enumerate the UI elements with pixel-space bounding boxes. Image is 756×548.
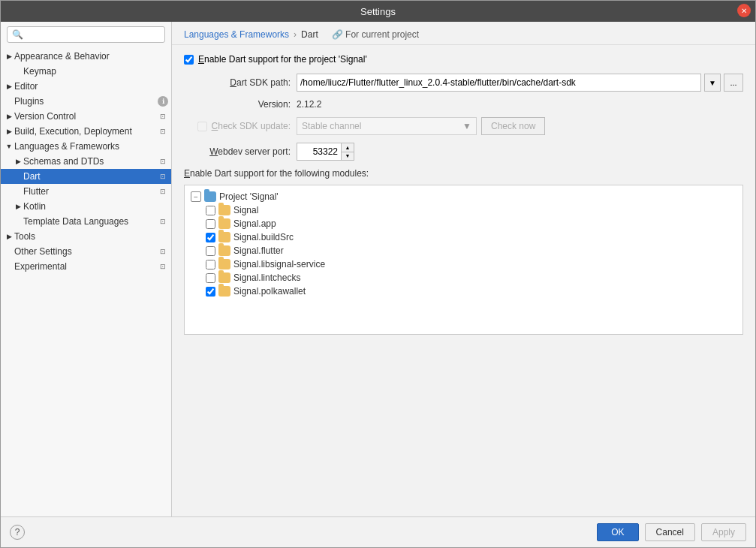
breadcrumb-separator: › (294, 29, 297, 40)
main-content: 🔍 ▶ Appearance & Behavior Keymap ▶ Edito… (1, 22, 755, 516)
enable-dart-checkbox[interactable] (184, 55, 194, 65)
title-bar: Settings ✕ (1, 1, 755, 22)
spinner-up-button[interactable]: ▲ (342, 143, 354, 152)
webdev-port-input[interactable] (297, 143, 342, 161)
sidebar-item-schemas[interactable]: ▶ Schemas and DTDs ⊡ (1, 154, 171, 169)
enable-dart-row: Enable Dart support for the project 'Sig… (184, 54, 743, 65)
arrow-icon: ▶ (4, 113, 14, 120)
copy-icon[interactable]: ⊡ (158, 246, 168, 257)
module-project-signal[interactable]: − Project 'Signal' (188, 190, 739, 203)
for-project-label: 🔗 For current project (332, 29, 419, 40)
sidebar-item-label: Kotlin (23, 201, 168, 212)
help-button[interactable]: ? (10, 525, 25, 540)
modules-tree: − Project 'Signal' Signal (184, 185, 743, 335)
collapse-icon[interactable]: − (191, 191, 201, 202)
module-checkbox-signal-polkawallet[interactable] (206, 287, 215, 297)
folder-icon (218, 205, 230, 215)
module-label: Signal.buildSrc (233, 232, 294, 242)
module-item-signal-libsignal[interactable]: Signal.libsignal-service (188, 257, 739, 271)
sidebar-item-label: Plugins (14, 96, 158, 107)
module-item-signal[interactable]: Signal (188, 203, 739, 217)
module-label: Signal (233, 205, 258, 215)
module-checkbox-signal-lintchecks[interactable] (206, 273, 215, 283)
sidebar-item-tools[interactable]: ▶ Tools (1, 229, 171, 244)
sidebar-item-dart[interactable]: Dart ⊡ (1, 169, 171, 184)
sidebar-item-label: Appearance & Behavior (14, 51, 168, 62)
module-label: Signal.lintchecks (233, 272, 300, 283)
folder-icon (218, 218, 230, 229)
module-checkbox-signal-flutter[interactable] (206, 246, 215, 256)
sidebar-item-kotlin[interactable]: ▶ Kotlin (1, 199, 171, 214)
module-item-signal-app[interactable]: Signal.app (188, 217, 739, 230)
sidebar-item-label: Editor (14, 81, 168, 92)
sidebar-item-languages[interactable]: ▼ Languages & Frameworks (1, 139, 171, 154)
copy-icon[interactable]: ⊡ (158, 126, 168, 137)
search-box[interactable]: 🔍 (7, 26, 165, 43)
copy-icon[interactable]: ⊡ (158, 111, 168, 122)
folder-icon (204, 191, 216, 202)
arrow-icon: ▼ (4, 143, 14, 150)
sdk-path-input[interactable] (297, 74, 701, 92)
copy-icon[interactable]: ⊡ (158, 186, 168, 197)
spinner-down-button[interactable]: ▼ (342, 152, 354, 161)
sidebar-item-experimental[interactable]: Experimental ⊡ (1, 259, 171, 274)
sidebar-item-other-settings[interactable]: Other Settings ⊡ (1, 244, 171, 259)
check-sdk-label[interactable]: Check SDK update: (184, 121, 297, 131)
sidebar-item-flutter[interactable]: Flutter ⊡ (1, 184, 171, 199)
sidebar-item-label: Languages & Frameworks (14, 141, 168, 152)
copy-icon[interactable]: ⊡ (158, 216, 168, 227)
folder-icon (218, 232, 230, 242)
sidebar-item-plugins[interactable]: Plugins ℹ (1, 94, 171, 109)
dialog-title: Settings (360, 6, 396, 17)
module-checkbox-signal-libsignal[interactable] (206, 260, 215, 269)
module-item-signal-buildsrc[interactable]: Signal.buildSrc (188, 230, 739, 244)
breadcrumb-current: Dart (301, 29, 318, 40)
search-input[interactable] (26, 29, 160, 40)
footer: ? OK Cancel Apply (1, 516, 755, 547)
module-item-signal-lintchecks[interactable]: Signal.lintchecks (188, 271, 739, 285)
sidebar-item-label: Template Data Languages (23, 216, 158, 227)
sidebar-item-label: Flutter (23, 186, 158, 197)
cancel-button[interactable]: Cancel (645, 523, 695, 541)
sidebar-item-template-data[interactable]: Template Data Languages ⊡ (1, 214, 171, 229)
folder-icon (218, 272, 230, 283)
module-item-signal-polkawallet[interactable]: Signal.polkawallet (188, 285, 739, 298)
sidebar-item-build[interactable]: ▶ Build, Execution, Deployment ⊡ (1, 124, 171, 139)
check-sdk-checkbox[interactable] (197, 122, 207, 131)
sidebar-item-version-control[interactable]: ▶ Version Control ⊡ (1, 109, 171, 124)
module-checkbox-signal[interactable] (206, 206, 215, 215)
copy-icon[interactable]: ⊡ (158, 156, 168, 167)
module-label: Signal.polkawallet (233, 286, 306, 297)
enable-dart-label[interactable]: Enable Dart support for the project 'Sig… (184, 54, 367, 65)
chain-icon: 🔗 (332, 29, 343, 40)
check-sdk-row: Check SDK update: Stable channel ▼ Stabl… (184, 117, 743, 135)
sidebar-item-editor[interactable]: ▶ Editor (1, 79, 171, 94)
sidebar-item-appearance[interactable]: ▶ Appearance & Behavior (1, 49, 171, 64)
module-checkbox-signal-app[interactable] (206, 219, 215, 229)
sdk-browse-button[interactable]: ... (724, 74, 743, 92)
folder-icon (218, 286, 230, 297)
ok-button[interactable]: OK (597, 523, 638, 541)
dart-sdk-label: Dart SDK path: (184, 77, 297, 88)
sidebar-item-keymap[interactable]: Keymap (1, 64, 171, 79)
sidebar-item-label: Keymap (23, 66, 168, 77)
apply-button[interactable]: Apply (701, 523, 746, 541)
channel-dropdown[interactable]: Stable channel ▼ Stable channel (297, 117, 477, 135)
sidebar-item-label: Other Settings (14, 246, 158, 257)
settings-dialog: Settings ✕ 🔍 ▶ Appearance & Behavior Key… (0, 0, 756, 548)
breadcrumb-parent[interactable]: Languages & Frameworks (184, 29, 289, 40)
sdk-dropdown-button[interactable]: ▼ (704, 74, 721, 92)
folder-icon (218, 259, 230, 269)
copy-icon[interactable]: ⊡ (158, 261, 168, 272)
check-now-button[interactable]: Check now (481, 117, 545, 135)
webdev-label: Webdev server port: (184, 146, 297, 157)
copy-icon[interactable]: ⊡ (158, 171, 168, 182)
right-panel: Languages & Frameworks › Dart 🔗 For curr… (172, 22, 755, 516)
panel-body: Enable Dart support for the project 'Sig… (172, 45, 755, 516)
module-item-signal-flutter[interactable]: Signal.flutter (188, 244, 739, 257)
breadcrumb: Languages & Frameworks › Dart 🔗 For curr… (172, 22, 755, 45)
close-button[interactable]: ✕ (737, 4, 751, 17)
module-checkbox-signal-buildsrc[interactable] (206, 233, 215, 242)
sidebar-item-label: Experimental (14, 261, 158, 272)
spinner-buttons: ▲ ▼ (342, 143, 354, 161)
